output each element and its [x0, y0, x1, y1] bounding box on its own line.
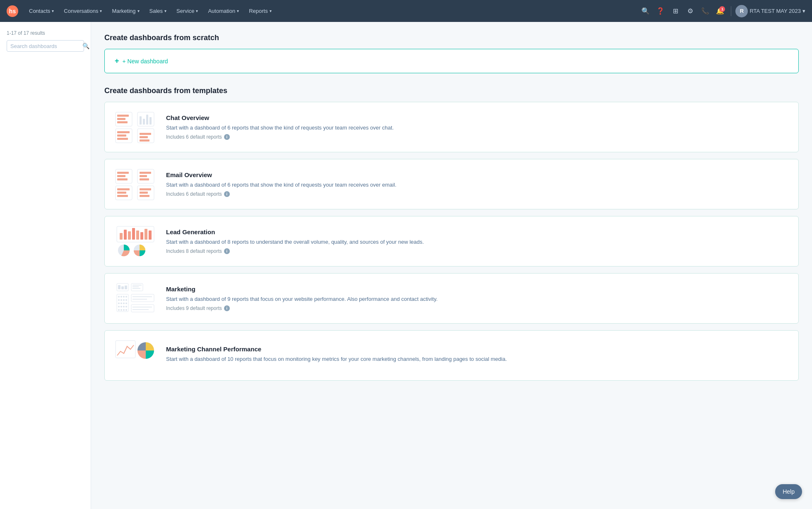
svg-rect-37 — [124, 230, 127, 240]
template-card-email-overview[interactable]: Email Overview Start with a dashboard of… — [104, 159, 799, 209]
template-desc-lead: Start with a dashboard of 8 reports to u… — [166, 238, 788, 246]
svg-rect-34 — [140, 195, 149, 197]
info-icon[interactable]: i — [224, 248, 230, 254]
svg-rect-24 — [140, 172, 151, 174]
template-thumbnail-email — [115, 168, 156, 201]
template-info-chat: Chat Overview Start with a dashboard of … — [166, 114, 788, 140]
svg-rect-42 — [145, 229, 147, 240]
template-card-marketing-channel[interactable]: Marketing Channel Performance Start with… — [104, 330, 799, 381]
phone-button[interactable]: 📞 — [699, 5, 712, 18]
svg-rect-20 — [117, 172, 129, 174]
hubspot-logo[interactable]: hs — [7, 5, 18, 17]
nav-service[interactable]: Service ▾ — [172, 5, 202, 17]
results-count: 1-17 of 17 results — [7, 30, 84, 36]
svg-rect-39 — [132, 228, 135, 240]
template-card-lead-generation[interactable]: Lead Generation Start with a dashboard o… — [104, 216, 799, 267]
chevron-down-icon: ▾ — [164, 9, 166, 13]
nav-automation[interactable]: Automation ▾ — [204, 5, 243, 17]
nav-right-actions: 🔍 ❓ ⊞ ⚙ 📞 🔔 1 R RTA TEST MAY 2023 ▾ — [639, 5, 805, 18]
svg-point-74 — [125, 309, 127, 311]
svg-rect-78 — [131, 305, 154, 312]
svg-point-55 — [118, 296, 120, 298]
svg-rect-26 — [140, 178, 149, 180]
notifications-button[interactable]: 🔔 1 — [713, 5, 727, 18]
svg-rect-9 — [146, 115, 148, 125]
templates-section-title: Create dashboards from templates — [104, 86, 799, 95]
template-thumbnail-lead — [115, 225, 156, 258]
chevron-down-icon: ▾ — [270, 9, 272, 13]
svg-point-71 — [118, 309, 120, 311]
template-card-marketing[interactable]: Marketing Start with a dashboard of 9 re… — [104, 273, 799, 324]
sidebar: 1-17 of 17 results 🔍 — [0, 22, 91, 509]
svg-rect-10 — [149, 117, 152, 125]
search-box[interactable]: 🔍 — [7, 40, 84, 52]
template-card-chat-overview[interactable]: Chat Overview Start with a dashboard of … — [104, 102, 799, 152]
chevron-down-icon: ▾ — [237, 9, 239, 13]
svg-rect-50 — [131, 283, 143, 291]
info-icon[interactable]: i — [224, 305, 230, 311]
svg-rect-40 — [136, 230, 139, 240]
topnav: hs Contacts ▾ Conversations ▾ Marketing … — [0, 0, 812, 22]
nav-divider — [731, 6, 731, 16]
svg-point-65 — [123, 303, 125, 304]
svg-rect-4 — [117, 118, 125, 120]
svg-rect-75 — [131, 294, 154, 302]
page-layout: 1-17 of 17 results 🔍 Create dashboards f… — [0, 22, 812, 509]
chevron-down-icon: ▾ — [137, 9, 140, 13]
svg-point-64 — [120, 303, 122, 304]
svg-rect-18 — [140, 139, 149, 142]
template-name-email: Email Overview — [166, 171, 788, 178]
svg-rect-16 — [140, 133, 151, 135]
svg-rect-22 — [117, 178, 128, 180]
chevron-down-icon: ▾ — [802, 8, 805, 14]
svg-rect-33 — [140, 192, 148, 194]
template-info-lead: Lead Generation Start with a dashboard o… — [166, 228, 788, 254]
svg-point-72 — [120, 309, 122, 311]
search-input[interactable] — [10, 43, 80, 49]
new-dashboard-card[interactable]: + + New dashboard — [104, 49, 799, 73]
svg-point-59 — [118, 299, 120, 301]
svg-rect-49 — [125, 286, 127, 289]
template-info-channel: Marketing Channel Performance Start with… — [166, 346, 788, 366]
svg-point-68 — [120, 306, 122, 307]
svg-point-56 — [120, 296, 122, 298]
nav-conversations[interactable]: Conversations ▾ — [60, 5, 106, 17]
template-reports-chat: Includes 6 default reports i — [166, 134, 788, 140]
svg-rect-36 — [120, 233, 123, 240]
svg-rect-28 — [117, 188, 130, 190]
help-floating-button[interactable]: Help — [775, 484, 802, 499]
info-icon[interactable]: i — [224, 134, 230, 140]
svg-point-63 — [118, 303, 120, 304]
user-avatar[interactable]: R — [735, 5, 748, 17]
svg-point-66 — [125, 303, 127, 304]
info-icon[interactable]: i — [224, 191, 230, 197]
nav-marketing[interactable]: Marketing ▾ — [108, 5, 143, 17]
svg-point-58 — [125, 296, 127, 298]
search-icon[interactable]: 🔍 — [82, 43, 89, 49]
search-button[interactable]: 🔍 — [639, 5, 652, 18]
svg-rect-8 — [143, 119, 145, 125]
svg-rect-5 — [117, 121, 128, 123]
help-button[interactable]: ❓ — [654, 5, 667, 18]
nav-reports[interactable]: Reports ▾ — [245, 5, 276, 17]
svg-rect-13 — [117, 134, 126, 137]
settings-button[interactable]: ⚙ — [684, 5, 697, 18]
chevron-down-icon: ▾ — [52, 9, 54, 13]
template-thumbnail-marketing — [115, 282, 156, 315]
template-reports-lead: Includes 8 default reports i — [166, 248, 788, 254]
svg-point-70 — [125, 306, 127, 307]
svg-rect-48 — [121, 286, 124, 289]
svg-rect-3 — [117, 115, 129, 117]
nav-contacts[interactable]: Contacts ▾ — [25, 5, 58, 17]
plus-icon: + — [115, 57, 119, 65]
svg-rect-47 — [118, 285, 120, 289]
marketplace-button[interactable]: ⊞ — [669, 5, 682, 18]
template-name-channel: Marketing Channel Performance — [166, 346, 788, 353]
nav-sales[interactable]: Sales ▾ — [145, 5, 171, 17]
template-thumbnail-channel — [115, 339, 156, 372]
chevron-down-icon: ▾ — [196, 9, 198, 13]
svg-text:hs: hs — [9, 8, 16, 14]
user-name[interactable]: RTA TEST MAY 2023 ▾ — [749, 8, 805, 14]
chevron-down-icon: ▾ — [100, 9, 102, 13]
svg-rect-17 — [140, 136, 148, 138]
